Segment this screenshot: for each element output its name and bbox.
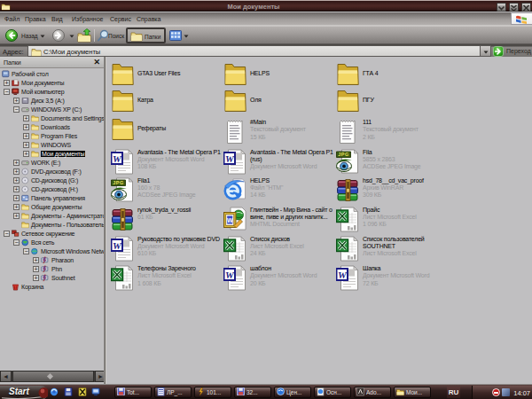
svg-text:JPG: JPG bbox=[113, 180, 124, 185]
svg-text:W: W bbox=[227, 217, 233, 223]
svg-text:JPG: JPG bbox=[338, 152, 349, 157]
svg-text:W: W bbox=[338, 270, 348, 280]
svg-text:W: W bbox=[113, 239, 122, 250]
svg-text:W: W bbox=[113, 153, 122, 163]
svg-text:W: W bbox=[225, 153, 235, 163]
svg-text:W: W bbox=[225, 270, 235, 280]
